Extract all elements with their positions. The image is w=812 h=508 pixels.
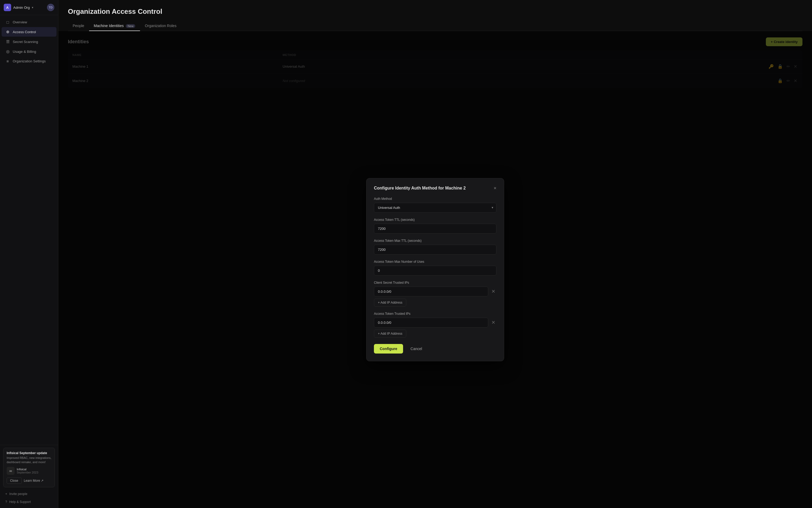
sidebar-header: A Admin Org ▾ TD	[0, 0, 58, 15]
auth-method-select-wrapper: Universal Auth AWS Auth GCP Auth Kuberne…	[374, 203, 496, 213]
access-token-max-uses-label: Access Token Max Number of Uses	[374, 260, 496, 263]
access-control-icon: ⊕	[5, 30, 10, 34]
main-content: Organization Access Control People Machi…	[58, 0, 812, 508]
sidebar-actions: + Invite people ? Help & Support	[3, 491, 55, 505]
tab-people[interactable]: People	[68, 21, 89, 31]
client-secret-ip-row: ✕	[374, 287, 496, 296]
sidebar-item-secret-scanning[interactable]: ☰ Secret Scanning	[2, 37, 56, 46]
question-icon: ?	[5, 500, 7, 504]
sidebar-item-label: Secret Scanning	[13, 40, 38, 44]
usage-billing-icon: ◎	[5, 49, 10, 54]
org-settings-icon: ≡	[5, 59, 10, 64]
main-body: Identities + Create identity NAME METHOD…	[58, 31, 812, 508]
modal-footer: Configure Cancel	[374, 344, 496, 353]
tab-org-roles[interactable]: Organization Roles	[140, 21, 181, 31]
access-token-max-ttl-label: Access Token Max TTL (seconds)	[374, 239, 496, 243]
auth-method-select[interactable]: Universal Auth AWS Auth GCP Auth Kuberne…	[374, 203, 496, 213]
update-description: Improved RBAC, new integrations, dashboa…	[7, 456, 51, 464]
sidebar-item-label: Organization Settings	[13, 59, 46, 63]
product-name: Infisical	[17, 468, 38, 471]
auth-method-group: Auth Method Universal Auth AWS Auth GCP …	[374, 197, 496, 213]
access-token-max-ttl-input[interactable]	[374, 245, 496, 255]
sidebar-item-org-settings[interactable]: ≡ Organization Settings	[2, 56, 56, 66]
invite-people-action[interactable]: + Invite people	[3, 491, 55, 497]
avatar[interactable]: TD	[47, 4, 54, 11]
update-meta: Infisical September 2023	[17, 468, 38, 474]
update-card: Infisical September update Improved RBAC…	[3, 448, 55, 487]
learn-more-button[interactable]: Learn More ↗	[24, 477, 44, 484]
sidebar-item-label: Access Control	[13, 30, 36, 34]
help-label: Help & Support	[9, 500, 31, 504]
modal-title: Configure Identity Auth Method for Machi…	[374, 186, 466, 190]
sidebar-item-access-control[interactable]: ⊕ Access Control	[2, 27, 56, 37]
overview-icon: □	[5, 20, 10, 25]
remove-client-secret-ip-button[interactable]: ✕	[490, 288, 496, 295]
modal-header: Configure Identity Auth Method for Machi…	[374, 186, 496, 190]
access-token-ttl-label: Access Token TTL (seconds)	[374, 218, 496, 222]
tab-bar: People Machine Identities New Organizati…	[68, 21, 803, 31]
secret-scanning-icon: ☰	[5, 39, 10, 44]
configure-identity-modal: Configure Identity Auth Method for Machi…	[366, 178, 504, 361]
access-token-trusted-ips-label: Access Token Trusted IPs	[374, 312, 496, 315]
sidebar-item-overview[interactable]: □ Overview	[2, 17, 56, 27]
chevron-down-icon: ▾	[32, 6, 34, 9]
help-support-action[interactable]: ? Help & Support	[3, 499, 55, 505]
access-token-ip-row: ✕	[374, 318, 496, 328]
modal-close-button[interactable]: ×	[493, 186, 496, 190]
add-access-token-ip-button[interactable]: + Add IP Address	[374, 330, 406, 338]
access-token-ttl-group: Access Token TTL (seconds)	[374, 218, 496, 234]
page-title: Organization Access Control	[68, 7, 803, 16]
remove-access-token-ip-button[interactable]: ✕	[490, 319, 496, 326]
add-client-secret-ip-button[interactable]: + Add IP Address	[374, 299, 406, 306]
org-name: Admin Org	[13, 6, 30, 9]
sidebar-item-label: Overview	[13, 20, 27, 24]
org-icon: A	[4, 4, 11, 11]
update-date: September 2023	[17, 471, 38, 474]
update-footer: ∞ Infisical September 2023	[7, 467, 51, 475]
invite-label: Invite people	[9, 492, 27, 496]
sidebar-bottom: Infisical September update Improved RBAC…	[0, 445, 58, 508]
access-token-max-uses-input[interactable]	[374, 266, 496, 276]
plus-icon: +	[5, 492, 7, 496]
access-token-max-ttl-group: Access Token Max TTL (seconds)	[374, 239, 496, 255]
sidebar-item-usage-billing[interactable]: ◎ Usage & Billing	[2, 47, 56, 56]
org-selector[interactable]: A Admin Org ▾	[4, 4, 34, 11]
sidebar: A Admin Org ▾ TD □ Overview ⊕ Access Con…	[0, 0, 58, 508]
auth-method-label: Auth Method	[374, 197, 496, 201]
update-buttons: Close Learn More ↗	[7, 477, 51, 484]
sidebar-nav: □ Overview ⊕ Access Control ☰ Secret Sca…	[0, 15, 58, 445]
new-badge: New	[126, 24, 135, 28]
access-token-ip-input[interactable]	[374, 318, 488, 328]
sidebar-item-label: Usage & Billing	[13, 50, 36, 54]
update-title: Infisical September update	[7, 451, 51, 455]
close-update-button[interactable]: Close	[7, 477, 22, 484]
cancel-button[interactable]: Cancel	[406, 344, 427, 353]
client-secret-trusted-ips-label: Client Secret Trusted IPs	[374, 281, 496, 285]
access-token-trusted-ips-group: Access Token Trusted IPs ✕ + Add IP Addr…	[374, 312, 496, 338]
access-token-max-uses-group: Access Token Max Number of Uses	[374, 260, 496, 276]
client-secret-trusted-ips-group: Client Secret Trusted IPs ✕ + Add IP Add…	[374, 281, 496, 306]
tab-machine-identities[interactable]: Machine Identities New	[89, 21, 140, 31]
client-secret-ip-input[interactable]	[374, 287, 488, 296]
infisical-logo: ∞	[7, 467, 14, 475]
main-header: Organization Access Control People Machi…	[58, 0, 812, 31]
access-token-ttl-input[interactable]	[374, 224, 496, 234]
modal-overlay: Configure Identity Auth Method for Machi…	[58, 31, 812, 508]
configure-button[interactable]: Configure	[374, 344, 403, 353]
